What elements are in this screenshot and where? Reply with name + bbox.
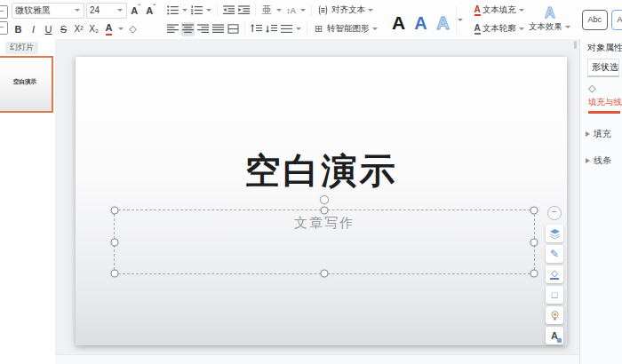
resize-handle[interactable]: [321, 270, 329, 278]
edit-pencil-button[interactable]: ✎: [546, 245, 563, 263]
rotate-handle[interactable]: [320, 195, 329, 204]
layers-button[interactable]: [546, 225, 563, 242]
subscript-button[interactable]: X₂: [87, 22, 100, 36]
style-a-icon: A: [414, 14, 427, 32]
font-color-button[interactable]: A: [102, 22, 116, 36]
resize-handle[interactable]: [530, 238, 538, 246]
chevron-down-icon: [276, 9, 282, 12]
resize-handle[interactable]: [321, 207, 329, 215]
decrease-para-spacing-button[interactable]: [265, 22, 278, 36]
slide-subtitle[interactable]: 文章写作: [115, 215, 534, 232]
character-spacing-button[interactable]: ↕A: [284, 4, 298, 18]
increase-font-size-button[interactable]: Aˆ: [129, 4, 142, 18]
collapse-toolbar-button[interactable]: −: [547, 206, 562, 220]
shape-style-2-button[interactable]: Abc: [611, 10, 622, 30]
text-fill-group: A 文本填充 A 文本轮廓: [474, 3, 525, 36]
section-fill-label: 填充: [594, 128, 611, 140]
smart-graphic-icon: ⊞: [312, 22, 325, 36]
shape-fill-tool-button[interactable]: ◇: [546, 265, 563, 283]
slide[interactable]: 空白演示 文章写作: [76, 57, 567, 345]
font-group: 微软雅黑 24 Aˆ Aˇ B I U S X² X₂ A ◇: [12, 3, 157, 36]
increase-para-spacing-button[interactable]: [250, 22, 263, 36]
shape-outline-tool-button[interactable]: □: [546, 286, 563, 304]
font-family-value: 微软雅黑: [15, 4, 51, 17]
align-left-button[interactable]: [166, 22, 179, 36]
chevron-down-icon: [372, 28, 378, 30]
panel-header: 对象属性: [580, 39, 622, 57]
distribute-text-button[interactable]: [227, 22, 240, 36]
expand-arrow-icon: [586, 158, 590, 163]
decrease-indent-button[interactable]: [222, 4, 235, 18]
clipped-toolbar-icon[interactable]: [0, 21, 8, 35]
chevron-down-icon: [300, 9, 306, 12]
pencil-icon: ✎: [550, 248, 559, 260]
numbered-list-button[interactable]: [190, 4, 203, 18]
tab-shape-options[interactable]: 形状选项: [587, 59, 619, 77]
justify-button[interactable]: [211, 22, 225, 36]
text-fill-button[interactable]: 文本填充: [482, 4, 516, 16]
section-fill[interactable]: 填充: [580, 128, 622, 140]
superscript-button[interactable]: X²: [72, 22, 85, 36]
chevron-down-icon: [206, 9, 211, 12]
increase-indent-button[interactable]: [237, 4, 251, 18]
strikethrough-button[interactable]: S: [57, 22, 70, 36]
letter-a-icon: A: [131, 5, 138, 16]
chevron-down-icon: [296, 28, 301, 30]
resize-handle[interactable]: [111, 238, 119, 246]
paragraph-group: 亜 ↕A 对齐文本 ⊞: [166, 3, 379, 36]
slides-tab[interactable]: 幻灯片: [5, 42, 38, 54]
slide-title[interactable]: 空白演示: [76, 149, 567, 192]
chevron-down-icon: [117, 9, 123, 12]
resize-handle[interactable]: [111, 207, 119, 215]
text-effects-button[interactable]: A 文本效果: [529, 6, 571, 33]
subtab-label: 填充与线条: [588, 97, 622, 108]
chevron-down-icon: [519, 9, 524, 12]
align-center-button[interactable]: [181, 22, 195, 36]
gallery-more-button[interactable]: [456, 6, 464, 33]
editing-canvas[interactable]: 空白演示 文章写作 − ✎ ◇ □: [55, 39, 579, 364]
caret-up-icon: ˆ: [138, 3, 140, 11]
resize-handle[interactable]: [530, 207, 538, 215]
shape-style-1-button[interactable]: Abc: [582, 10, 608, 30]
resize-handle[interactable]: [111, 270, 119, 278]
italic-button[interactable]: I: [27, 22, 40, 36]
decrease-font-size-button[interactable]: Aˇ: [144, 4, 157, 18]
font-size-select[interactable]: 24: [86, 3, 127, 19]
underline-button[interactable]: U: [42, 22, 55, 36]
subtitle-textbox-selected[interactable]: 文章写作: [114, 210, 535, 274]
expand-arrow-icon: [586, 131, 590, 137]
text-outline-button[interactable]: 文本轮廓: [482, 23, 516, 35]
object-properties-panel: 对象属性 形状选项 ◇ 填充与线条 填充 线条: [579, 39, 622, 364]
shape-diamond-icon: ◇: [588, 83, 595, 93]
chevron-down-icon: [368, 9, 373, 12]
idea-tips-button[interactable]: [546, 306, 563, 324]
text-tool-button[interactable]: A: [546, 327, 563, 344]
panel-collapse-handle[interactable]: [574, 41, 577, 49]
text-settings-icon: A: [551, 331, 558, 341]
chevron-down-icon: [519, 28, 524, 30]
convert-smart-graphic-button[interactable]: 转智能图形: [327, 23, 370, 35]
section-line[interactable]: 线条: [580, 154, 622, 167]
bullet-list-button[interactable]: [166, 4, 179, 18]
thumbnail-subtitle-placeholder: ··: [0, 88, 52, 92]
align-right-button[interactable]: [196, 22, 210, 36]
letter-a-icon: A: [146, 5, 153, 16]
resize-handle[interactable]: [530, 270, 538, 278]
font-family-select[interactable]: 微软雅黑: [12, 3, 84, 19]
slide-thumbnail-selected[interactable]: 空白演示 ··: [0, 56, 53, 113]
chevron-down-icon: [182, 9, 187, 12]
text-style-plain-button[interactable]: A: [389, 5, 409, 34]
clear-format-button[interactable]: ◇: [126, 22, 140, 36]
text-style-blue-button[interactable]: A: [411, 5, 431, 34]
bold-button[interactable]: B: [12, 22, 25, 36]
align-text-button[interactable]: 对齐文本: [331, 4, 365, 16]
subtab-fill-and-line[interactable]: ◇ 填充与线条: [580, 83, 622, 114]
text-direction-button[interactable]: 亜: [260, 4, 274, 18]
font-size-value: 24: [90, 5, 100, 15]
text-style-outline-button[interactable]: A: [434, 5, 453, 34]
clipped-toolbar-icon[interactable]: [0, 5, 8, 19]
text-style-gallery: A A A: [387, 5, 466, 34]
text-effects-icon: A: [545, 6, 555, 20]
line-spacing-button[interactable]: [280, 22, 293, 36]
chevron-down-icon: [458, 19, 463, 21]
